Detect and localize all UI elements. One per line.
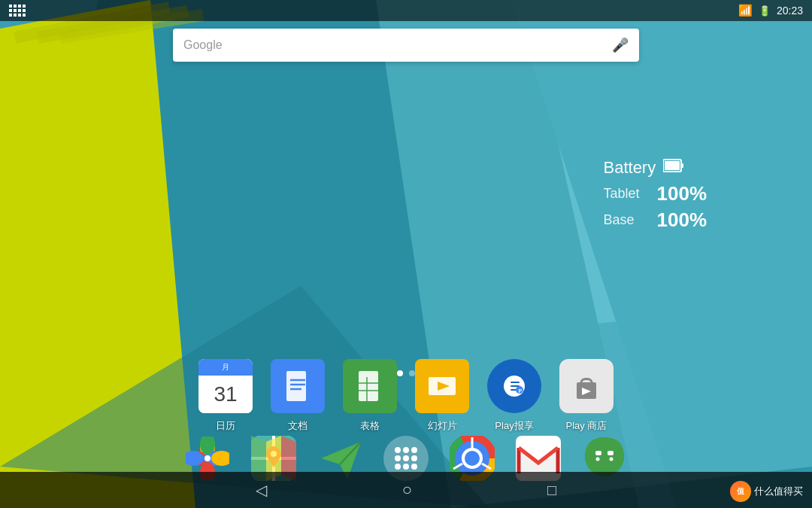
calendar-header: 月 <box>198 359 253 376</box>
svg-point-63 <box>403 447 409 453</box>
status-bar-left <box>9 5 26 17</box>
apps-grid-icon[interactable] <box>9 5 26 17</box>
calendar-icon: 月 31 <box>198 359 253 413</box>
docs-icon <box>271 359 325 413</box>
svg-rect-86 <box>595 451 601 455</box>
sheets-icon <box>343 359 397 413</box>
svg-point-66 <box>403 455 409 461</box>
app-label-docs: 文档 <box>288 419 308 433</box>
battery-widget-title: Battery <box>604 158 707 178</box>
page-indicators <box>397 370 415 376</box>
nav-bar: ◁ ○ □ <box>0 472 812 508</box>
svg-point-69 <box>403 464 409 470</box>
nav-recent-button[interactable]: □ <box>547 482 556 499</box>
nav-back-button[interactable]: ◁ <box>256 481 267 499</box>
app-label-slides: 幻灯片 <box>428 419 457 433</box>
battery-tablet-percent: 100% <box>657 182 707 205</box>
svg-rect-34 <box>511 389 517 391</box>
search-placeholder: Google <box>183 38 612 52</box>
page-dot-2[interactable] <box>409 370 415 376</box>
svg-point-68 <box>395 464 401 470</box>
battery-widget: Battery Tablet 100% Base 100% <box>604 158 707 235</box>
svg-point-76 <box>465 451 480 466</box>
svg-rect-19 <box>681 163 683 168</box>
nav-home-button[interactable]: ○ <box>402 480 412 500</box>
svg-point-88 <box>596 458 600 461</box>
app-item-calendar[interactable]: 月 31 日历 <box>198 359 253 433</box>
battery-tablet-row: Tablet 100% <box>604 182 707 205</box>
app-label-playstore: Play 商店 <box>566 419 607 433</box>
search-bar[interactable]: Google 🎤 <box>173 29 639 62</box>
battery-base-percent: 100% <box>657 208 707 232</box>
svg-rect-20 <box>286 371 306 401</box>
app-item-docs[interactable]: 文档 <box>271 359 325 433</box>
mic-icon[interactable]: 🎤 <box>612 37 629 53</box>
svg-rect-87 <box>607 451 614 455</box>
app-item-playstore[interactable]: Play 商店 <box>559 359 614 433</box>
watermark-logo: 值 <box>730 481 751 502</box>
app-label-calendar: 日历 <box>216 419 235 433</box>
svg-point-67 <box>411 455 417 461</box>
svg-rect-24 <box>359 371 378 401</box>
svg-rect-32 <box>511 382 520 383</box>
svg-point-62 <box>395 447 401 453</box>
page-dot-1[interactable] <box>397 370 403 376</box>
svg-text:P: P <box>519 388 523 394</box>
svg-point-70 <box>411 464 417 470</box>
svg-point-47 <box>205 455 211 461</box>
playstore-icon <box>559 359 614 413</box>
status-bar: 📶 🔋 20:23 <box>0 0 812 21</box>
svg-point-64 <box>411 447 417 453</box>
status-bar-right: 📶 🔋 20:23 <box>738 4 803 17</box>
app-item-slides[interactable]: 幻灯片 <box>415 359 469 433</box>
app-item-sheets[interactable]: 表格 <box>343 359 397 433</box>
svg-rect-18 <box>665 161 680 170</box>
watermark-text: 什么值得买 <box>754 485 803 498</box>
watermark: 值 什么值得买 <box>730 481 803 502</box>
battery-status-icon: 🔋 <box>759 5 771 17</box>
app-item-playnews[interactable]: P Play报享 <box>487 359 541 433</box>
battery-widget-icon <box>663 158 684 178</box>
wifi-icon: 📶 <box>738 4 753 17</box>
status-time: 20:23 <box>777 5 803 17</box>
playnews-icon: P <box>487 359 541 413</box>
app-label-sheets: 表格 <box>360 419 380 433</box>
battery-base-row: Base 100% <box>604 208 707 232</box>
svg-point-65 <box>395 455 401 461</box>
battery-base-label: Base <box>604 212 645 228</box>
app-label-playnews: Play报享 <box>495 419 533 433</box>
calendar-number: 31 <box>198 376 253 413</box>
svg-point-89 <box>610 458 614 461</box>
battery-label: Battery <box>604 158 656 178</box>
battery-tablet-label: Tablet <box>604 186 645 202</box>
slides-icon <box>415 359 469 413</box>
